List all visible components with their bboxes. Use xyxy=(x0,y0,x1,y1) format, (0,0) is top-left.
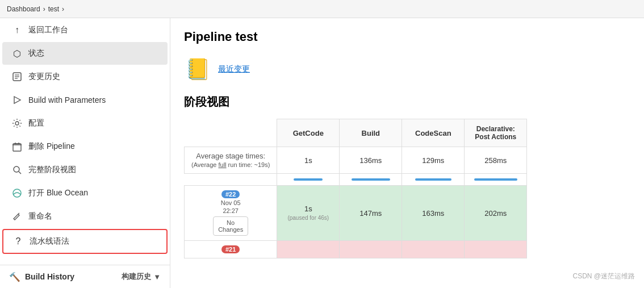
stage-table-wrapper: GetCode Build CodeScan Declarative:Post … xyxy=(184,119,630,258)
avg-post: 258ms xyxy=(465,147,527,174)
svg-point-5 xyxy=(15,122,19,125)
svg-point-11 xyxy=(14,166,19,172)
rename-icon xyxy=(11,211,23,222)
avg-getcode: 1s xyxy=(277,147,340,174)
open-blue-ocean-icon xyxy=(11,187,23,199)
build-22-meta: #22 Nov 05 22:27 NoChanges xyxy=(185,186,277,241)
notebook-icon: 📒 xyxy=(184,56,211,83)
sidebar-item-back-workspace[interactable]: ↑返回工作台 xyxy=(2,19,168,41)
build-22-time: 22:27 xyxy=(223,207,239,214)
build-row-21: #21 xyxy=(185,241,527,258)
build-history-label: Build History xyxy=(25,272,74,281)
progress-codescan xyxy=(402,174,465,186)
build-21-codescan xyxy=(402,241,465,258)
build-21-meta: #21 xyxy=(185,241,277,258)
avg-times-label: Average stage times: (Average full run t… xyxy=(185,147,277,174)
change-history-icon xyxy=(11,71,23,82)
breadcrumb-sep-1: › xyxy=(43,5,45,13)
breadcrumb: Dashboard › test › xyxy=(0,0,644,18)
sidebar-item-rename[interactable]: 重命名 xyxy=(2,205,168,228)
page-title: Pipeline test xyxy=(184,30,630,44)
delete-pipeline-icon xyxy=(11,141,23,152)
build-history-icon: 🔨 xyxy=(9,271,20,282)
svg-marker-4 xyxy=(14,97,20,103)
sidebar-label-build-with-params: Build with Parameters xyxy=(28,95,158,105)
progress-post xyxy=(465,174,527,186)
build-with-params-icon xyxy=(11,94,23,106)
sidebar-label-pipeline-syntax: 流水线语法 xyxy=(30,236,157,247)
sidebar-item-open-blue-ocean[interactable]: 打开 Blue Ocean xyxy=(2,182,168,204)
build-21-post xyxy=(465,241,527,258)
build-21-build xyxy=(340,241,402,258)
sidebar-label-rename: 重命名 xyxy=(28,211,158,222)
build-22-badge[interactable]: #22 xyxy=(221,190,240,198)
col-build: Build xyxy=(340,119,402,147)
build-row-22: #22 Nov 05 22:27 NoChanges 1s(paused for… xyxy=(185,186,527,241)
sidebar-item-change-history[interactable]: 变更历史 xyxy=(2,65,168,88)
progress-row xyxy=(185,174,527,186)
build-22-post: 202ms xyxy=(465,186,527,241)
sidebar-label-full-stage-view: 完整阶段视图 xyxy=(28,165,158,175)
col-post-actions: Declarative:Post Actions xyxy=(465,119,527,147)
breadcrumb-dashboard[interactable]: Dashboard xyxy=(7,5,40,13)
sidebar-item-config[interactable]: 配置 xyxy=(2,112,168,135)
pipeline-syntax-icon: ? xyxy=(12,236,24,247)
avg-codescan: 129ms xyxy=(402,147,465,174)
build-history-bar[interactable]: 🔨 Build History 构建历史 ▼ xyxy=(0,265,170,288)
build-21-badge[interactable]: #21 xyxy=(221,245,240,253)
stage-view-title: 阶段视图 xyxy=(184,94,630,110)
watermark: CSDN @迷茫运维路 xyxy=(572,272,635,281)
sidebar-item-pipeline-syntax[interactable]: ?流水线语法 xyxy=(2,229,168,254)
svg-point-13 xyxy=(13,189,21,197)
build-21-getcode xyxy=(277,241,340,258)
svg-line-12 xyxy=(19,172,21,174)
sidebar-label-config: 配置 xyxy=(28,118,158,128)
recent-changes-link[interactable]: 最近变更 xyxy=(218,64,250,74)
col-getcode: GetCode xyxy=(277,119,340,147)
main-content: Pipeline test 📒 最近变更 阶段视图 GetCode Build … xyxy=(170,18,644,288)
avg-times-row: Average stage times: (Average full run t… xyxy=(185,147,527,174)
stage-table: GetCode Build CodeScan Declarative:Post … xyxy=(184,119,527,258)
build-history-right: 构建历史 ▼ xyxy=(122,272,161,282)
sidebar-label-delete-pipeline: 删除 Pipeline xyxy=(28,141,158,152)
sidebar-label-status: 状态 xyxy=(28,48,158,59)
chevron-down-icon: ▼ xyxy=(153,273,161,281)
build-history-label-zh: 构建历史 xyxy=(122,272,151,282)
sidebar-label-change-history: 变更历史 xyxy=(28,72,158,82)
col-codescan: CodeScan xyxy=(402,119,465,147)
sidebar-item-delete-pipeline[interactable]: 删除 Pipeline xyxy=(2,135,168,158)
build-22-build: 147ms xyxy=(340,186,402,241)
sidebar-label-back-workspace: 返回工作台 xyxy=(28,25,158,35)
back-workspace-icon: ↑ xyxy=(11,24,23,36)
sidebar-item-full-stage-view[interactable]: 完整阶段视图 xyxy=(2,158,168,181)
progress-getcode xyxy=(277,174,340,186)
build-22-getcode: 1s(paused for 46s) xyxy=(277,186,340,241)
build-22-date: Nov 05 xyxy=(221,199,241,206)
full-stage-view-icon xyxy=(11,164,23,176)
svg-line-14 xyxy=(18,213,19,214)
build-22-codescan: 163ms xyxy=(402,186,465,241)
avg-build: 136ms xyxy=(340,147,402,174)
sidebar-label-open-blue-ocean: 打开 Blue Ocean xyxy=(28,188,158,198)
progress-build xyxy=(340,174,402,186)
no-changes-btn-22[interactable]: NoChanges xyxy=(213,216,248,236)
recent-changes-row: 📒 最近变更 xyxy=(184,56,630,83)
breadcrumb-test[interactable]: test xyxy=(48,5,59,13)
status-icon: ⬡ xyxy=(11,48,23,59)
sidebar: ↑返回工作台⬡状态变更历史Build with Parameters配置删除 P… xyxy=(0,18,170,288)
sidebar-item-status[interactable]: ⬡状态 xyxy=(2,42,168,65)
breadcrumb-sep-2: › xyxy=(62,5,64,13)
sidebar-item-build-with-params[interactable]: Build with Parameters xyxy=(2,89,168,111)
config-icon xyxy=(11,118,23,129)
